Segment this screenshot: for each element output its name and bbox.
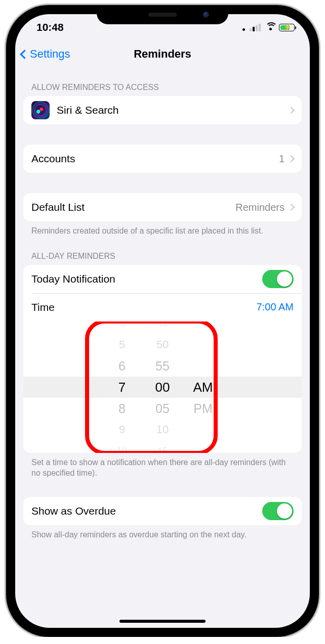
- section-footer-default-list: Reminders created outside of a specific …: [23, 221, 302, 237]
- status-time: 10:48: [36, 21, 64, 33]
- group-overdue: Show as Overdue: [23, 497, 302, 525]
- group-accounts: Accounts 1: [23, 145, 302, 173]
- back-button[interactable]: Settings: [21, 48, 70, 61]
- notch: [97, 5, 228, 24]
- picker-item: 45: [142, 321, 183, 334]
- back-label: Settings: [30, 48, 70, 61]
- picker-item-selected: 00: [142, 377, 183, 398]
- picker-item: 15: [142, 440, 183, 453]
- picker-item: 05: [142, 398, 183, 419]
- siri-icon: [31, 101, 50, 119]
- picker-item: 8: [102, 398, 142, 419]
- group-allday: Today Notification Time 7:00 AM 4 5: [23, 265, 302, 453]
- group-default-list: Default List Reminders: [23, 193, 302, 221]
- picker-item: 4: [102, 321, 142, 334]
- picker-item: 9: [102, 419, 142, 440]
- picker-item-selected: 7: [102, 377, 142, 398]
- page-title: Reminders: [134, 48, 191, 61]
- toggle-switch[interactable]: [262, 502, 294, 520]
- chevron-right-icon: [288, 155, 295, 162]
- picker-item: 10: [102, 440, 142, 453]
- time-picker: 4 5 6 7 8 9 10 45: [102, 321, 223, 453]
- picker-col-minute[interactable]: 45 50 55 00 05 10 15: [142, 321, 183, 453]
- status-icons: ⚡: [242, 24, 295, 31]
- section-footer-allday: Set a time to show a notification when t…: [23, 453, 302, 479]
- row-label: Siri & Search: [57, 104, 289, 116]
- picker-item: 5: [102, 334, 142, 355]
- nav-bar: Settings Reminders: [15, 40, 310, 68]
- row-accounts[interactable]: Accounts 1: [23, 145, 302, 173]
- chevron-right-icon: [288, 107, 295, 114]
- picker-item: 10: [142, 419, 183, 440]
- speaker: [148, 13, 177, 17]
- cellular-icon: [250, 24, 261, 31]
- section-header-allday: ALL-DAY REMINDERS: [23, 237, 302, 265]
- row-default-list[interactable]: Default List Reminders: [23, 193, 302, 221]
- row-time-picker: 4 5 6 7 8 9 10 45: [23, 321, 302, 453]
- chevron-left-icon: [20, 50, 29, 59]
- row-label: Accounts: [31, 153, 279, 165]
- row-label: Show as Overdue: [31, 505, 262, 517]
- row-show-as-overdue[interactable]: Show as Overdue: [23, 497, 302, 525]
- picker-item: 50: [142, 334, 183, 355]
- toggle-switch[interactable]: [262, 270, 294, 288]
- picker-col-ampm[interactable]: AM PM: [183, 321, 223, 453]
- front-camera: [203, 12, 209, 18]
- row-time[interactable]: Time 7:00 AM: [23, 293, 302, 321]
- cellular-dot-icon: [242, 28, 245, 31]
- home-indicator[interactable]: [119, 620, 206, 623]
- picker-item: 55: [142, 355, 183, 377]
- section-header-access: ALLOW REMINDERS TO ACCESS: [23, 68, 302, 96]
- chevron-right-icon: [288, 204, 295, 211]
- row-value: 1: [279, 153, 285, 165]
- row-value: Reminders: [235, 202, 285, 213]
- row-value: 7:00 AM: [257, 301, 294, 313]
- picker-item: PM: [183, 398, 223, 419]
- picker-item: 6: [102, 355, 142, 377]
- row-label: Today Notification: [31, 273, 262, 285]
- screen: 10:48 ⚡ Settings Reminders ALLOW REMINDE…: [15, 14, 310, 628]
- row-label: Default List: [31, 201, 235, 213]
- picker-item-selected: AM: [183, 377, 223, 398]
- settings-content: ALLOW REMINDERS TO ACCESS Siri & Search …: [15, 68, 310, 540]
- row-label: Time: [31, 301, 257, 313]
- row-siri-search[interactable]: Siri & Search: [23, 96, 302, 124]
- row-today-notification[interactable]: Today Notification: [23, 265, 302, 293]
- section-footer-overdue: Show all-day reminders as overdue starti…: [23, 525, 302, 540]
- picker-col-hour[interactable]: 4 5 6 7 8 9 10: [102, 321, 142, 453]
- iphone-frame: 10:48 ⚡ Settings Reminders ALLOW REMINDE…: [6, 5, 319, 637]
- battery-icon: ⚡: [279, 24, 295, 31]
- wifi-icon: [265, 24, 275, 31]
- group-access: Siri & Search: [23, 96, 302, 124]
